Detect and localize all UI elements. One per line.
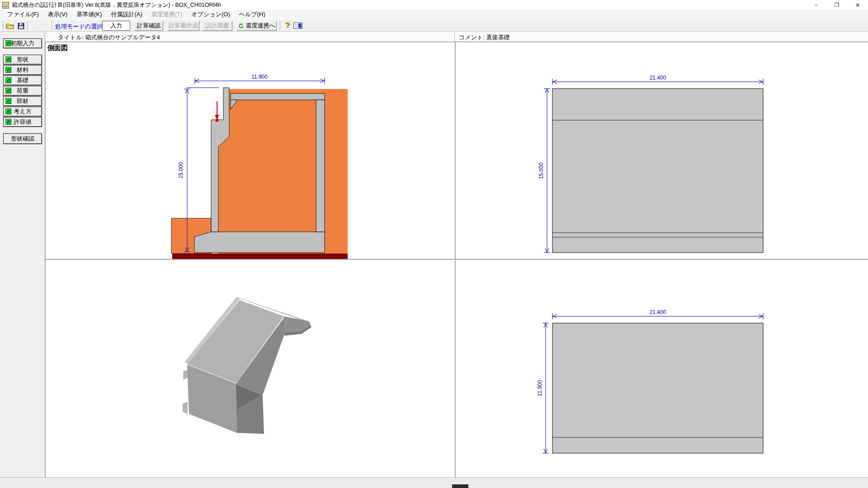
checkbox-checked-icon: ✓ — [5, 67, 11, 73]
input-mode-button[interactable]: 入力 — [102, 21, 130, 31]
side-view-width-dim: 11.900 — [251, 74, 268, 80]
header-strip: タイトル: 箱式橋台のサンプルデータ4 コメント: 直接基礎 — [45, 32, 868, 42]
sidebar-item-label: 部材 — [17, 97, 28, 105]
checkbox-checked-icon: ✓ — [5, 77, 11, 83]
checkbox-checked-icon: ✓ — [5, 56, 11, 62]
menu-view[interactable]: 表示(V) — [43, 9, 72, 19]
menu-help[interactable]: ヘルプ(H) — [235, 9, 270, 19]
footing — [194, 232, 325, 253]
plan-view-panel: 21.400 11.900 平面図 — [456, 260, 868, 477]
three-d-drawing — [46, 260, 455, 477]
menu-standard-values[interactable]: 基準値(K) — [72, 9, 106, 19]
sidebar-item-approach[interactable]: ✓ 考え方 — [3, 107, 42, 117]
checkbox-checked-icon: ✓ — [5, 119, 11, 125]
app-icon — [2, 2, 9, 9]
toolbar-separator — [280, 21, 281, 30]
abutment-front-face — [552, 89, 763, 253]
toolbar-separator — [27, 21, 28, 30]
seismic-link-button[interactable]: 震度連携へ — [237, 21, 277, 31]
sidebar-item-label: 形状 — [17, 56, 28, 64]
save-icon[interactable] — [16, 21, 26, 30]
maximize-button[interactable]: ❐ — [826, 0, 847, 10]
front-view-width-dim: 21.400 — [650, 75, 666, 81]
toolbar: 処理モードの選択 入力 計算確認 計算書作成 設計調書 震度連携へ ? — [0, 19, 868, 32]
calc-check-button[interactable]: 計算確認 — [134, 21, 163, 31]
window-title: 箱式橋台の設計計算(旧基準) Ver.8(底版，翼壁拡張オプション) - BOX… — [12, 1, 221, 9]
front-view-drawing: 21.400 15.000 — [456, 42, 868, 259]
plan-view-width-dim: 21.400 — [650, 309, 666, 315]
checkbox-checked-icon: ✓ — [5, 88, 11, 94]
three-d-view-panel — [46, 260, 455, 477]
floppy-icon — [18, 23, 24, 29]
sidebar-item-label: 基礎 — [17, 76, 28, 84]
rear-wall — [316, 100, 325, 232]
sidebar-item-shape[interactable]: ✓ 形状 — [3, 55, 42, 65]
sidebar-item-initial-input[interactable]: ✓ 初期入力 — [3, 38, 42, 48]
backfill-soil — [218, 89, 348, 253]
sidebar-item-allowable[interactable]: ✓ 許容値 — [3, 117, 42, 127]
side-view-panel: 11.900 15.000 側面図 — [46, 42, 455, 259]
refresh-icon — [238, 23, 244, 29]
sidebar-item-label: 許容値 — [14, 118, 32, 126]
menu-file[interactable]: ファイル(F) — [3, 9, 43, 19]
sidebar: ✓ 初期入力 ✓ 形状 ✓ 材料 ✓ 基礎 ✓ 荷重 ✓ 部材 ✓ 考え方 ✓ … — [0, 32, 45, 477]
sidebar-item-load[interactable]: ✓ 荷重 — [3, 86, 42, 96]
menu-attached-design[interactable]: 付属設計(A) — [107, 9, 147, 19]
seismic-link-label: 震度連携へ — [246, 22, 275, 30]
header-separator — [454, 33, 455, 42]
tooltip-window-icon[interactable] — [293, 23, 302, 29]
menu-options[interactable]: オプション(O) — [187, 9, 234, 19]
side-view-height-dim: 15.000 — [178, 162, 184, 178]
drawing-area: 11.900 15.000 側面図 — [45, 42, 868, 477]
data-title-label: タイトル: 箱式橋台のサンプルデータ4 — [58, 33, 160, 42]
sidebar-item-foundation[interactable]: ✓ 基礎 — [3, 75, 42, 85]
menu-seismic-link: 震度連携(T) — [147, 9, 187, 19]
minimize-button[interactable]: – — [806, 0, 826, 10]
front-view-panel: 21.400 15.000 正面図 — [456, 42, 868, 259]
top-slab — [231, 94, 325, 100]
mode-select-label: 処理モードの選択 — [55, 23, 103, 31]
front-view-height-dim: 15.000 — [538, 162, 544, 179]
side-view-label: 側面図 — [47, 44, 68, 52]
window-controls: – ❐ ✕ — [806, 0, 868, 10]
close-button[interactable]: ✕ — [847, 0, 868, 10]
plan-view-height-dim: 11.900 — [537, 380, 543, 396]
abutment-plan-face — [552, 323, 763, 453]
sidebar-item-label: 考え方 — [14, 108, 31, 116]
plan-view-drawing: 21.400 11.900 — [456, 260, 868, 477]
checkbox-checked-icon: ✓ — [5, 40, 11, 46]
folder-open-icon — [6, 23, 14, 29]
report-create-button: 計算書作成 — [167, 21, 199, 31]
abutment-3d-model — [183, 297, 311, 434]
sidebar-item-label: 荷重 — [17, 87, 28, 95]
open-file-icon[interactable] — [5, 21, 15, 30]
sidebar-item-material[interactable]: ✓ 材料 — [3, 65, 42, 75]
checkbox-checked-icon: ✓ — [5, 98, 11, 104]
comment-label: コメント: 直接基礎 — [459, 33, 509, 42]
sidebar-item-label: 初期入力 — [11, 39, 34, 47]
checkbox-checked-icon: ✓ — [5, 108, 11, 114]
side-view-drawing: 11.900 15.000 — [46, 42, 455, 259]
shape-confirm-button[interactable]: 形状確認 — [3, 133, 42, 144]
status-bar — [0, 477, 868, 488]
toolbar-grip — [51, 21, 52, 30]
menubar: ファイル(F) 表示(V) 基準値(K) 付属設計(A) 震度連携(T) オプシ… — [0, 10, 868, 19]
titlebar: 箱式橋台の設計計算(旧基準) Ver.8(底版，翼壁拡張オプション) - BOX… — [0, 0, 868, 10]
toolbar-grip — [2, 21, 3, 30]
sidebar-item-member[interactable]: ✓ 部材 — [3, 96, 42, 106]
taskbar-peek — [452, 484, 468, 488]
help-icon[interactable]: ? — [283, 21, 292, 31]
bearing-stratum — [172, 253, 348, 259]
sidebar-item-label: 材料 — [17, 66, 28, 74]
load-arrow — [215, 101, 219, 122]
design-doc-button: 設計調書 — [202, 21, 232, 31]
